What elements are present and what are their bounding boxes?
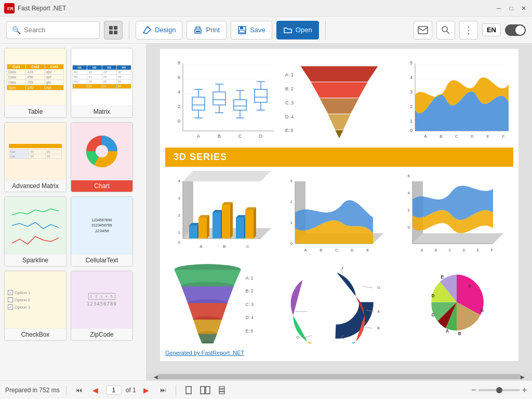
continuous-view-button[interactable] <box>216 384 228 396</box>
svg-text:4: 4 <box>408 191 410 195</box>
preview-scroll[interactable]: 8 6 4 2 0 A B <box>147 44 532 373</box>
3d-funnel-chart: A: 1 B: 2 C: 3 D: 4 E: 5 <box>165 260 278 345</box>
sidebar-item-table[interactable]: Col1Col2Col3 Data123abc Data456def Data7… <box>4 48 66 118</box>
svg-text:C: C <box>238 134 242 139</box>
status-separator-1 <box>66 385 66 395</box>
svg-text:2: 2 <box>178 104 180 109</box>
zipcode-preview: 1 2 3 4 5 123456789 <box>71 271 132 328</box>
svg-line-164 <box>363 327 373 328</box>
sidebar-item-matrix[interactable]: H1H2H3H4 R1102030 R2112233 R3152535 T366… <box>71 48 133 118</box>
nav-first-button[interactable]: ⏮ <box>73 384 85 396</box>
zoom-out-button[interactable]: − <box>471 385 476 395</box>
sparkline-preview <box>5 197 66 254</box>
generated-link[interactable]: Generated by FastReport .NET <box>165 350 513 356</box>
svg-text:3: 3 <box>178 196 181 201</box>
table-preview: Col1Col2Col3 Data123abc Data456def Data7… <box>5 48 66 105</box>
sidebar-item-cellular-text[interactable]: 1234567890 0123456789 123456 CellularTex… <box>71 196 133 267</box>
svg-text:D: D <box>462 248 465 252</box>
language-button[interactable]: EN <box>482 23 501 36</box>
status-separator-2 <box>176 385 176 395</box>
nav-prev-button[interactable]: ◀ <box>89 384 102 396</box>
3d-bar-chart: 4 3 2 1 0 A B C <box>165 171 278 256</box>
svg-text:A: 1: A: 1 <box>285 72 294 77</box>
zoom-slider-thumb[interactable] <box>496 387 502 393</box>
svg-text:A: A <box>446 329 449 334</box>
svg-text:3: 3 <box>290 179 293 183</box>
svg-text:D: D <box>471 134 474 139</box>
svg-text:C: C <box>246 244 249 249</box>
design-button[interactable]: Design <box>136 21 182 39</box>
svg-text:FR: FR <box>7 6 14 11</box>
sidebar-item-zipcode[interactable]: 1 2 3 4 5 123456789 ZipCode <box>71 271 133 341</box>
svg-text:A: A <box>421 248 423 252</box>
find-button[interactable] <box>436 21 455 39</box>
email-button[interactable] <box>414 21 432 39</box>
design-icon <box>142 25 152 35</box>
sidebar-item-chart[interactable]: Chart <box>71 122 133 192</box>
single-page-view-button[interactable] <box>182 384 195 396</box>
open-label: Open <box>296 26 312 34</box>
h-scroll-thumb[interactable] <box>158 374 521 379</box>
svg-text:2: 2 <box>290 200 293 204</box>
more-button[interactable]: ⋮ <box>459 21 478 39</box>
svg-rect-111 <box>245 210 254 238</box>
svg-point-160 <box>322 287 352 317</box>
svg-text:B: B <box>458 331 461 336</box>
statusbar: Prepared in 752 ms ⏮ ◀ of 1 ▶ ⏭ − + <box>0 380 532 399</box>
svg-text:A: A <box>424 134 427 139</box>
horizontal-scrollbar[interactable]: ◀ ▶ <box>147 373 532 380</box>
app-logo: FR <box>4 3 15 14</box>
svg-text:8: 8 <box>178 60 180 65</box>
h-scroll-right-arrow[interactable]: ▶ <box>521 374 525 380</box>
svg-line-13 <box>447 31 449 34</box>
svg-text:B: B <box>320 248 322 252</box>
svg-text:F: F <box>469 284 471 289</box>
nav-last-button[interactable]: ⏭ <box>157 384 169 396</box>
svg-text:G: G <box>377 285 380 290</box>
theme-toggle[interactable] <box>505 24 526 36</box>
toolbar-separator-1 <box>129 21 129 39</box>
h-scroll-left-arrow[interactable]: ◀ <box>154 374 158 380</box>
zoom-slider[interactable] <box>478 389 520 391</box>
view-toggle-button[interactable] <box>104 21 123 39</box>
search-input[interactable] <box>24 26 91 34</box>
svg-marker-61 <box>311 82 368 98</box>
page-number-input[interactable] <box>106 385 122 395</box>
svg-text:B: B <box>377 326 380 330</box>
zoom-in-button[interactable]: + <box>522 385 527 395</box>
checkbox-label: CheckBox <box>5 328 66 340</box>
prepared-text: Prepared in 752 ms <box>5 387 60 394</box>
cellular-text-preview: 1234567890 0123456789 123456 <box>71 197 132 254</box>
3d-series-banner: 3D SERIES <box>165 148 513 167</box>
maximize-button[interactable]: □ <box>507 4 515 12</box>
print-label: Print <box>206 26 220 34</box>
svg-line-5 <box>148 26 151 30</box>
svg-text:A: A <box>377 309 380 314</box>
save-button[interactable]: Save <box>231 21 272 39</box>
svg-text:B: B <box>218 134 221 139</box>
close-button[interactable]: ✕ <box>520 4 528 12</box>
svg-rect-51 <box>255 89 267 102</box>
zipcode-label: ZipCode <box>71 328 132 340</box>
search-box[interactable]: 🔍 <box>6 21 100 39</box>
svg-rect-177 <box>206 387 210 394</box>
svg-text:A: A <box>304 248 307 252</box>
svg-rect-105 <box>222 205 230 238</box>
minimize-button[interactable]: ─ <box>495 4 503 12</box>
print-button[interactable]: Print <box>187 21 227 39</box>
svg-text:E: 5: E: 5 <box>246 329 254 334</box>
checkbox-preview: ✓ Option 1 Option 2 ✓ Option 3 <box>5 271 66 328</box>
open-button[interactable]: Open <box>276 21 319 39</box>
sidebar-item-sparkline[interactable]: Sparkline <box>4 196 66 267</box>
svg-text:A: A <box>200 244 203 249</box>
svg-rect-180 <box>219 392 224 394</box>
charts-row-2: 4 3 2 1 0 A B C <box>165 171 513 256</box>
svg-text:C: C <box>455 134 458 139</box>
two-page-view-button[interactable] <box>199 384 211 396</box>
nav-next-button[interactable]: ▶ <box>140 384 153 396</box>
sidebar-item-advanced-matrix[interactable]: Cat1020 Cat1525 Advanced Matrix <box>4 122 66 192</box>
window-controls[interactable]: ─ □ ✕ <box>495 4 528 12</box>
sidebar-item-checkbox[interactable]: ✓ Option 1 Option 2 ✓ Option 3 CheckBox <box>4 271 66 341</box>
svg-text:E: E <box>441 275 444 280</box>
svg-text:0: 0 <box>408 225 410 230</box>
